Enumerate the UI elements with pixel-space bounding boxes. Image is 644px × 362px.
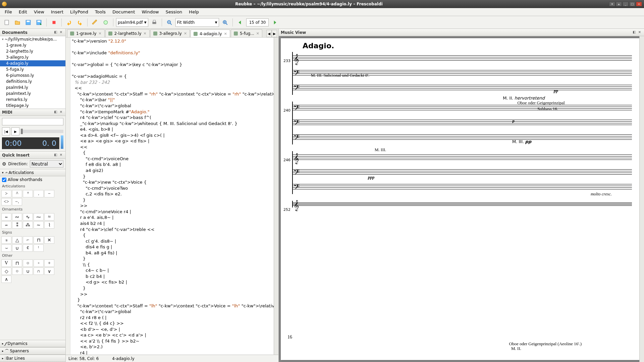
tab-close-icon[interactable]: × — [184, 31, 187, 36]
qi-symbol[interactable]: 𝆘 — [1, 221, 11, 229]
qi-symbol[interactable]: V — [1, 259, 11, 267]
close-file-button[interactable] — [49, 18, 59, 27]
save-file-button[interactable] — [23, 18, 33, 27]
zoom-mode-combo[interactable]: Fit Width▼ — [175, 18, 219, 27]
qi-symbol[interactable]: ⁑ — [12, 221, 22, 229]
qi-symbol[interactable]: ∪ — [23, 267, 33, 275]
qi-symbol[interactable]: ⌇ — [44, 221, 54, 229]
menu-session[interactable]: Session — [162, 8, 186, 15]
zoom-in-button[interactable] — [220, 18, 230, 27]
document-item[interactable]: definitions.ly — [0, 78, 65, 84]
qi-symbol[interactable]: ¢ — [23, 244, 33, 252]
document-item[interactable]: titlepage.ly — [0, 103, 65, 109]
qi-symbol[interactable]: △ — [12, 236, 22, 244]
qi-symbol[interactable]: ○ — [23, 259, 33, 267]
document-item[interactable]: 1-grave.ly — [0, 42, 65, 48]
roll-up-icon[interactable]: ▴ — [616, 2, 622, 6]
qi-symbol[interactable]: ◦ — [34, 259, 44, 267]
midi-port-combo[interactable] — [2, 118, 63, 125]
open-file-button[interactable] — [13, 18, 22, 27]
document-item[interactable]: psalm94.ly — [0, 84, 65, 90]
save-as-button[interactable] — [34, 18, 44, 27]
qi-symbol[interactable]: ^ — [12, 190, 22, 197]
new-file-button[interactable] — [2, 18, 11, 27]
qi-symbol[interactable]: ∾ — [12, 213, 22, 221]
qi-symbol[interactable]: ◇ — [1, 267, 11, 275]
qi-symbol[interactable]: −. — [12, 198, 22, 205]
qi-symbol[interactable]: ∿ — [23, 213, 33, 221]
qi-symbol[interactable]: ∩ — [34, 267, 44, 275]
engrave-button[interactable] — [90, 18, 100, 27]
editor-tab[interactable]: 4-adagio.ly× — [191, 29, 230, 37]
direction-select[interactable]: Neutral — [30, 160, 63, 168]
maximize-button[interactable]: □ — [629, 2, 635, 6]
document-item[interactable]: remarks.ly — [0, 97, 65, 103]
dropdown-icon[interactable]: ▾ — [609, 2, 615, 6]
document-item[interactable]: 5-fuga.ly — [0, 66, 65, 72]
tab-scroll-left[interactable]: ◀ — [266, 30, 272, 37]
midi-position-slider[interactable] — [21, 130, 63, 133]
qi-symbol[interactable]: 𝆗 — [1, 213, 11, 221]
qi-symbol[interactable]: ꜛ — [23, 190, 33, 197]
minimize-button[interactable]: _ — [623, 2, 629, 6]
panel-close-icon[interactable]: × — [59, 110, 63, 115]
editor-tab[interactable]: 5-fug...× — [231, 29, 262, 37]
document-item[interactable]: 4-adagio.ly — [0, 60, 65, 66]
engrave-custom-button[interactable] — [101, 18, 110, 27]
menu-edit[interactable]: Edit — [15, 8, 31, 15]
qi-symbol[interactable]: ≈ — [44, 213, 54, 221]
document-item[interactable]: 6-piumosso.ly — [0, 72, 65, 78]
fold-gutter[interactable] — [66, 38, 70, 355]
qi-symbol[interactable]: <> — [1, 198, 11, 205]
menu-view[interactable]: View — [31, 8, 48, 15]
code-editor[interactable]: "c-kw">\version "2.12.0" "c-kw">\include… — [66, 38, 278, 355]
editor-tab[interactable]: 2-larghetto.ly× — [105, 29, 150, 37]
editor-tab[interactable]: 1-grave.ly× — [67, 29, 105, 37]
qi-symbol[interactable]: ⁂ — [23, 221, 33, 229]
panel-float-icon[interactable]: ◧ — [53, 153, 58, 158]
document-item[interactable]: 3-allegro.ly — [0, 54, 65, 60]
qi-symbol[interactable]: ⊓ — [12, 259, 22, 267]
page-info[interactable]: 15 of 30 — [246, 18, 269, 26]
undo-button[interactable] — [64, 18, 74, 27]
panel-close-icon[interactable]: × — [637, 30, 642, 35]
midi-play-button[interactable]: ▶ — [11, 127, 19, 135]
tab-close-icon[interactable]: × — [99, 31, 102, 36]
musicview-scrollbar[interactable] — [639, 36, 644, 362]
qi-symbol[interactable]: + — [44, 259, 54, 267]
next-page-button[interactable] — [270, 18, 279, 27]
qi-symbol[interactable]: ∪ — [12, 244, 22, 252]
menu-document[interactable]: Document — [109, 8, 138, 15]
qi-symbol[interactable]: ⌣ — [1, 244, 11, 252]
documents-root[interactable]: ~/ly/lilymusic/reubke/ps... — [0, 36, 65, 42]
tab-close-icon[interactable]: × — [144, 31, 147, 36]
qi-spanners-section[interactable]: ⏜Spanners — [0, 347, 65, 355]
redo-button[interactable] — [75, 18, 85, 27]
document-item[interactable]: psalmtext.ly — [0, 90, 65, 97]
midi-rewind-button[interactable]: |◀ — [2, 127, 10, 135]
editor-scrollbar[interactable] — [274, 38, 278, 355]
panel-float-icon[interactable]: ◧ — [53, 30, 58, 35]
qi-symbol[interactable]: > — [1, 190, 11, 197]
tab-close-icon[interactable]: × — [224, 32, 227, 36]
qi-shorthands-check[interactable]: Allow shorthands — [0, 176, 65, 183]
qi-symbol[interactable]: − — [44, 190, 54, 197]
qi-symbol[interactable]: ⌐ — [23, 236, 33, 244]
panel-float-icon[interactable]: ◧ — [53, 110, 58, 115]
editor-tab[interactable]: 3-allegro.ly× — [150, 29, 190, 37]
tab-scroll-right[interactable]: ▶ — [272, 30, 277, 37]
qi-symbol[interactable]: ⊓ — [34, 236, 44, 244]
qi-dynamics-section[interactable]: 𝆑Dynamics — [0, 340, 65, 347]
menu-window[interactable]: Window — [138, 8, 162, 15]
gear-icon[interactable]: ⚙ — [2, 161, 6, 167]
score-page[interactable]: Adagio. 233 M. III. Salicional und Gedac… — [281, 38, 642, 360]
tab-close-icon[interactable]: × — [256, 31, 259, 36]
qi-articulations-section[interactable]: 𝄐Articulations — [0, 169, 65, 176]
qi-symbol[interactable]: ✕ — [44, 236, 54, 244]
menu-insert[interactable]: Insert — [48, 8, 67, 15]
prev-page-button[interactable] — [235, 18, 245, 27]
qi-symbol[interactable]: ∼ — [34, 221, 44, 229]
panel-float-icon[interactable]: ◧ — [632, 30, 637, 35]
qi-symbol[interactable]: ○ — [12, 267, 22, 275]
qi-symbol[interactable]: ᴕ — [1, 236, 11, 244]
